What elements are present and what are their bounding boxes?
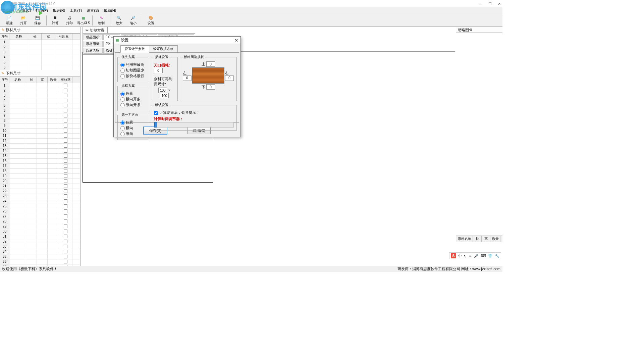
table-row[interactable]: 6 bbox=[0, 108, 80, 113]
menu-settings[interactable]: 设置(S) bbox=[87, 8, 99, 13]
table-row[interactable]: 25 bbox=[0, 204, 80, 209]
grain-checkbox[interactable] bbox=[64, 245, 67, 248]
table-row[interactable]: 21 bbox=[0, 184, 80, 189]
menu-calc[interactable]: 计算(C) bbox=[18, 8, 31, 13]
ime-emoji-icon[interactable]: ☺ bbox=[468, 254, 472, 258]
table-row[interactable]: 3 bbox=[0, 93, 80, 98]
draw-button[interactable]: ✎绘制 bbox=[95, 15, 108, 26]
save-button[interactable]: 💾保存 bbox=[31, 15, 44, 26]
calc-button[interactable]: 🖩计算 bbox=[49, 15, 62, 26]
table-row[interactable]: 28 bbox=[0, 219, 80, 224]
grain-checkbox[interactable] bbox=[64, 194, 67, 198]
time-slider[interactable] bbox=[154, 122, 234, 128]
table-row[interactable]: 11 bbox=[0, 134, 80, 139]
cutting-plan-tab[interactable]: ✂切割方案 bbox=[83, 27, 108, 34]
cut-size-tab[interactable]: ✎下料尺寸 bbox=[0, 70, 80, 77]
ime-mic-icon[interactable]: 🎤 bbox=[474, 254, 479, 258]
grain-checkbox[interactable] bbox=[64, 230, 67, 233]
ime-keyboard-icon[interactable]: ⌨ bbox=[481, 254, 486, 258]
table-row[interactable]: 30 bbox=[0, 229, 80, 234]
export-button[interactable]: ▦导出XLS bbox=[77, 15, 90, 26]
grain-checkbox[interactable] bbox=[64, 109, 67, 112]
table-row[interactable]: 22 bbox=[0, 189, 80, 194]
menu-print[interactable]: 打印(P) bbox=[36, 8, 48, 13]
menu-report[interactable]: 报表(R) bbox=[53, 8, 65, 13]
zoomin-button[interactable]: 🔍放大 bbox=[112, 15, 126, 26]
grain-checkbox[interactable] bbox=[64, 184, 67, 188]
grain-checkbox[interactable] bbox=[64, 154, 67, 158]
table-row[interactable]: 2 bbox=[0, 45, 80, 50]
table-row[interactable]: 26 bbox=[0, 209, 80, 214]
grain-checkbox[interactable] bbox=[64, 89, 67, 92]
table-row[interactable]: 5 bbox=[0, 103, 80, 108]
reuse-r-input[interactable] bbox=[160, 93, 169, 98]
material-summary-grid[interactable]: 原料名称 长 宽 数量 bbox=[456, 236, 502, 266]
ime-lang[interactable]: 中 bbox=[458, 253, 462, 258]
edge-top-input[interactable] bbox=[206, 61, 215, 67]
table-row[interactable]: 34 bbox=[0, 249, 80, 254]
print-button[interactable]: 🖨打印 bbox=[63, 15, 76, 26]
grain-checkbox[interactable] bbox=[64, 219, 67, 223]
grain-checkbox[interactable] bbox=[64, 260, 67, 263]
table-row[interactable]: 35 bbox=[0, 254, 80, 259]
table-row[interactable]: 8 bbox=[0, 118, 80, 123]
grain-checkbox[interactable] bbox=[64, 240, 67, 243]
grain-checkbox[interactable] bbox=[64, 104, 67, 107]
opt-util-high[interactable]: 利用率最高 bbox=[120, 62, 145, 67]
minimize-button[interactable]: — bbox=[479, 2, 482, 6]
maximize-button[interactable]: ☐ bbox=[488, 2, 492, 6]
opt-first-horiz[interactable]: 横向 bbox=[120, 126, 145, 131]
ime-tool-icon[interactable]: 🔧 bbox=[495, 254, 499, 258]
table-row[interactable]: 17 bbox=[0, 164, 80, 169]
grain-checkbox[interactable] bbox=[64, 199, 67, 203]
table-row[interactable]: 24 bbox=[0, 199, 80, 204]
grain-checkbox[interactable] bbox=[64, 179, 67, 183]
edge-bottom-input[interactable] bbox=[206, 84, 215, 90]
grain-checkbox[interactable] bbox=[64, 265, 67, 266]
table-row[interactable]: 27 bbox=[0, 214, 80, 219]
table-row[interactable]: 18 bbox=[0, 169, 80, 174]
grain-checkbox[interactable] bbox=[64, 189, 67, 193]
ime-toolbar[interactable]: S 中 •, ☺ 🎤 ⌨ 👕 🔧 bbox=[449, 252, 501, 259]
table-row[interactable]: 2 bbox=[0, 88, 80, 93]
settings-button[interactable]: 🎨设置 bbox=[144, 15, 158, 26]
grain-checkbox[interactable] bbox=[64, 99, 67, 102]
open-button[interactable]: 📂打开 bbox=[17, 15, 30, 26]
grain-checkbox[interactable] bbox=[64, 214, 67, 218]
table-row[interactable]: 14 bbox=[0, 149, 80, 154]
menu-tool[interactable]: 工具(T) bbox=[70, 8, 82, 13]
table-row[interactable]: 7 bbox=[0, 113, 80, 118]
opt-first-vert[interactable]: 纵向 bbox=[120, 131, 145, 136]
grain-checkbox[interactable] bbox=[64, 235, 67, 238]
table-row[interactable]: 1 bbox=[0, 40, 80, 45]
table-row[interactable]: 36 bbox=[0, 259, 80, 264]
grain-checkbox[interactable] bbox=[64, 174, 67, 178]
tab-calc-params[interactable]: 设置计算参数 bbox=[120, 45, 149, 53]
table-row[interactable]: 16 bbox=[0, 159, 80, 164]
grain-checkbox[interactable] bbox=[64, 139, 67, 143]
grain-checkbox[interactable] bbox=[64, 134, 67, 138]
table-row[interactable]: 33 bbox=[0, 244, 80, 249]
grain-checkbox[interactable] bbox=[64, 124, 67, 128]
ime-punct-icon[interactable]: •, bbox=[464, 254, 466, 258]
raw-size-grid[interactable]: 序号 名称 长 宽 可用量 123456 bbox=[0, 34, 80, 70]
edge-left-input[interactable] bbox=[183, 76, 192, 81]
cut-size-grid[interactable]: 序号 名称 长 宽 数量 有纹路 12345678910111213141516… bbox=[0, 77, 80, 266]
table-row[interactable]: 12 bbox=[0, 139, 80, 144]
table-row[interactable]: 10 bbox=[0, 129, 80, 134]
grain-checkbox[interactable] bbox=[64, 144, 67, 148]
grain-checkbox[interactable] bbox=[64, 119, 67, 122]
table-row[interactable]: 4 bbox=[0, 98, 80, 103]
opt-price-low[interactable]: 按价格最低 bbox=[120, 73, 145, 79]
kerf-input[interactable] bbox=[154, 68, 163, 73]
grain-checkbox[interactable] bbox=[64, 159, 67, 163]
grain-checkbox[interactable] bbox=[64, 149, 67, 153]
table-row[interactable]: 6 bbox=[0, 65, 80, 70]
beep-checkbox[interactable]: 计算结束后，铃音提示！ bbox=[154, 110, 234, 115]
new-button[interactable]: 📄新建 bbox=[3, 15, 16, 26]
grain-checkbox[interactable] bbox=[64, 209, 67, 213]
table-row[interactable]: 37 bbox=[0, 264, 80, 266]
menu-help[interactable]: 帮助(H) bbox=[104, 8, 116, 13]
grain-checkbox[interactable] bbox=[64, 225, 67, 228]
grain-checkbox[interactable] bbox=[64, 84, 67, 87]
